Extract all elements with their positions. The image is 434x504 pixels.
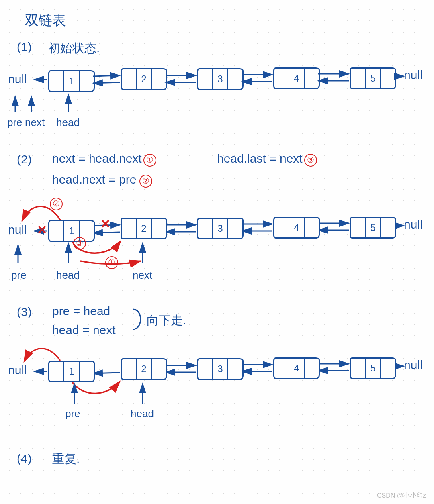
row3-node-2: 2	[121, 358, 167, 380]
svg-line-27	[93, 373, 120, 373]
row2-null-right: null	[404, 218, 423, 231]
row1-next-label: next	[25, 116, 45, 129]
svg-line-15	[93, 232, 120, 233]
row2-head-label: head	[56, 269, 80, 282]
step3-brace-label: 向下走.	[147, 312, 186, 329]
step2-line1a: next = head.next①	[52, 152, 156, 167]
row2-badge-3: ③	[73, 237, 86, 250]
row1-null-right: null	[404, 68, 423, 82]
watermark: CSDN @小小印z	[377, 492, 426, 500]
row1-pre-label: pre	[7, 116, 23, 129]
step3-line1: pre = head	[52, 304, 110, 318]
row3-node-4: 4	[273, 357, 320, 379]
svg-line-1	[93, 75, 120, 76]
row1-head-label: head	[56, 116, 80, 129]
step1-num: (1)	[17, 40, 32, 54]
row2-badge-1: ①	[105, 256, 118, 269]
row2-node-3: 3	[197, 218, 244, 239]
step1-label: 初始状态.	[48, 40, 100, 57]
row1-node-3: 3	[197, 68, 244, 90]
row1-node-4: 4	[273, 67, 320, 89]
row2-node-2: 2	[121, 218, 167, 239]
row2-x-left: ✕	[37, 223, 47, 237]
row2-node-4: 4	[273, 217, 320, 239]
row3-node-3: 3	[197, 358, 244, 380]
step4-num: (4)	[17, 452, 32, 465]
row3-head-label: head	[131, 408, 154, 420]
step4-label: 重复.	[52, 451, 80, 467]
row3-pre-label: pre	[65, 408, 80, 420]
row1-node-5: 5	[350, 67, 396, 89]
step3-num: (3)	[17, 305, 32, 319]
step2-line2: head.next = pre②	[52, 173, 152, 188]
svg-line-2	[93, 82, 120, 83]
row2-pre-label: pre	[11, 269, 27, 282]
step2-line1b: head.last = next③	[217, 152, 317, 167]
row3-null-left: null	[8, 363, 27, 377]
row2-node-1: 1	[48, 220, 95, 242]
row1-node-1: 1	[48, 70, 95, 92]
row1-null-left: null	[8, 72, 27, 86]
row3-null-right: null	[404, 358, 423, 372]
row2-badge-2: ②	[50, 198, 63, 210]
row2-x-right: ✕	[100, 217, 111, 231]
step2-num: (2)	[17, 153, 32, 166]
row2-next-label: next	[133, 269, 152, 282]
row3-node-5: 5	[350, 357, 396, 379]
title: 双链表	[25, 11, 66, 30]
row2-node-5: 5	[350, 217, 396, 239]
row2-null-left: null	[8, 223, 27, 237]
step3-line2: head = next	[52, 323, 116, 337]
row3-node-1: 1	[48, 361, 95, 382]
row1-node-2: 2	[121, 68, 167, 90]
